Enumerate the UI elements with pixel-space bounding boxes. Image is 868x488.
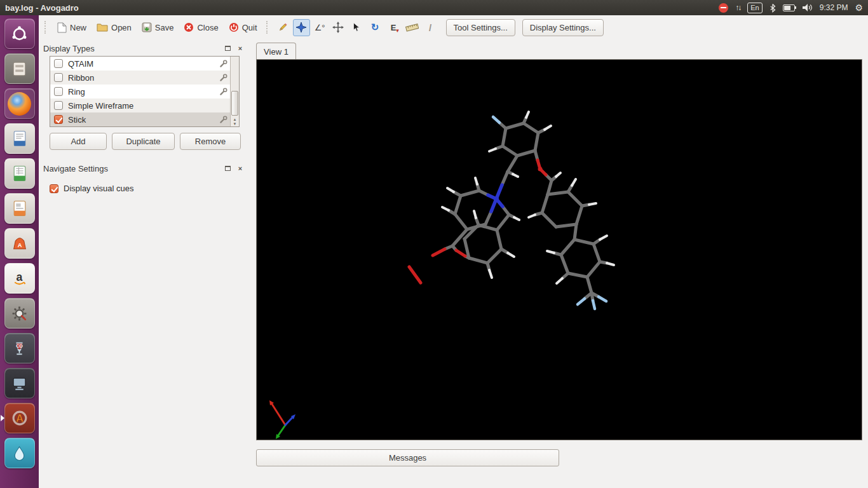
auto-optimize-tool-button[interactable]: E▼ [385,19,402,36]
record-indicator-icon[interactable] [719,3,728,13]
navigate-settings-close-button[interactable]: × [235,164,245,173]
gl-viewport[interactable] [256,59,862,440]
navigate-tool-button[interactable] [293,19,310,36]
save-button-label: Save [155,23,174,32]
display-settings-button[interactable]: Display Settings... [522,19,604,36]
launcher-item-ubuntu-software-center[interactable]: A [4,228,35,259]
side-panel: Display Types × QTAIM Ribbon [39,39,249,488]
launcher-item-system-settings[interactable] [4,298,35,329]
updown-arrows-icon[interactable]: ↑↓ [735,3,740,12]
list-item-stick[interactable]: Stick [50,112,231,126]
launcher-item-screen-capture[interactable] [4,368,35,398]
session-gear-icon[interactable]: ⚙ [855,3,863,13]
launcher-item-libreoffice-calc[interactable] [4,158,35,189]
tab-view-1[interactable]: View 1 [256,43,296,60]
scroll-down-icon[interactable]: ▼ [233,122,237,126]
stick-settings-button[interactable] [219,116,227,124]
launcher-item-dash-home[interactable] [4,18,35,49]
list-item-label: Stick [68,115,219,125]
new-document-icon [57,22,67,33]
close-icon [184,22,194,32]
angle-icon: ∠° [315,23,325,32]
wrench-icon [219,60,227,68]
launcher-item-amazon[interactable]: a [4,263,35,294]
window-title: bay.log - Avogadro [5,3,79,13]
tool-settings-button[interactable]: Tool Settings... [446,19,515,36]
qtaim-settings-button[interactable] [219,60,227,68]
scrollbar-thumb[interactable] [231,91,238,116]
list-item-ring[interactable]: Ring [50,85,231,98]
save-button[interactable]: Save [137,20,179,35]
impress-presentation-icon [11,200,29,217]
qtaim-checkbox[interactable] [54,59,63,68]
add-button[interactable]: Add [50,133,107,150]
launcher-item-avogadro[interactable]: A [4,403,35,433]
launcher-item-fluid-app[interactable] [4,438,35,468]
bluetooth-icon[interactable] [770,3,776,13]
launcher-item-libreoffice-writer[interactable] [4,123,35,154]
list-item-simple-wireframe[interactable]: Simple Wireframe [50,98,231,112]
ring-checkbox[interactable] [54,87,63,96]
list-scrollbar[interactable]: ▲ ▼ [230,57,239,126]
top-panel: bay.log - Avogadro ↑↓ En 9:32 PM ⚙ [0,0,868,15]
quit-button[interactable]: Quit [224,20,262,35]
list-item-label: QTAIM [68,59,219,69]
new-button[interactable]: New [53,20,91,36]
firefox-icon [8,92,31,116]
navigate-settings-float-button[interactable] [222,164,233,173]
align-tool-button[interactable]: / [422,19,439,36]
running-indicator-arrow [1,415,8,421]
toolbar-drag-handle[interactable] [44,21,48,34]
scroll-up-icon[interactable]: ▲ [233,118,237,121]
messages-bar[interactable]: Messages [256,449,559,466]
manipulate-tool-button[interactable] [330,19,347,36]
visual-cues-label[interactable]: Display visual cues [64,184,134,193]
display-types-float-button[interactable] [222,44,233,53]
launcher-item-libreoffice-impress[interactable] [4,193,35,224]
save-icon [142,22,152,32]
svg-text:A: A [16,412,24,424]
draw-tool-button[interactable] [275,19,292,36]
writer-document-icon [11,130,29,147]
list-item-qtaim[interactable]: QTAIM [50,57,231,71]
close-button[interactable]: Close [179,20,222,35]
list-item-ribbon[interactable]: Ribbon [50,71,231,85]
selection-tool-button[interactable] [348,19,365,36]
ring-settings-button[interactable] [219,88,227,96]
display-types-actions: Add Duplicate Remove [50,133,249,150]
launcher-item-firefox[interactable] [4,88,35,119]
duplicate-button[interactable]: Duplicate [112,133,175,150]
rotate-arrow-icon: ↻ [371,22,379,33]
launcher-item-disc-burner[interactable]: CD [4,333,35,363]
scrollbar-steppers[interactable]: ▲ ▼ [231,118,239,126]
open-button[interactable]: Open [92,20,136,35]
battery-icon[interactable] [783,4,795,11]
launcher-item-files[interactable] [4,53,35,84]
svg-text:CD: CD [16,343,22,349]
display-types-header: Display Types × [43,41,249,56]
indicator-area: ↑↓ En 9:32 PM ⚙ [719,3,863,13]
auto-rotate-tool-button[interactable]: ↻ [367,19,384,36]
svg-text:A: A [17,242,22,248]
display-types-close-button[interactable]: × [235,44,245,53]
avogadro-icon: A [11,409,29,427]
molecule-render [257,60,862,440]
ribbon-settings-button[interactable] [219,74,227,82]
main-toolbar: New Open Save Close Quit ∠° [39,15,868,39]
volume-icon[interactable] [802,3,813,12]
keyboard-indicator[interactable]: En [747,3,762,13]
float-icon [225,166,231,171]
bond-centric-tool-button[interactable]: ∠° [311,19,329,36]
main-view-area: View 1 [256,39,868,488]
clock[interactable]: 9:32 PM [820,3,848,12]
visual-cues-checkbox[interactable] [50,184,58,193]
simple-wireframe-checkbox[interactable] [54,101,63,110]
stick-checkbox[interactable] [54,115,63,124]
ribbon-checkbox[interactable] [54,73,63,82]
gear-wrench-icon [11,305,28,322]
remove-button[interactable]: Remove [180,133,241,150]
display-types-title: Display Types [43,44,220,53]
window-content: Display Types × QTAIM Ribbon [39,39,868,488]
measure-tool-button[interactable] [403,19,421,36]
software-center-bag-icon: A [11,234,29,252]
